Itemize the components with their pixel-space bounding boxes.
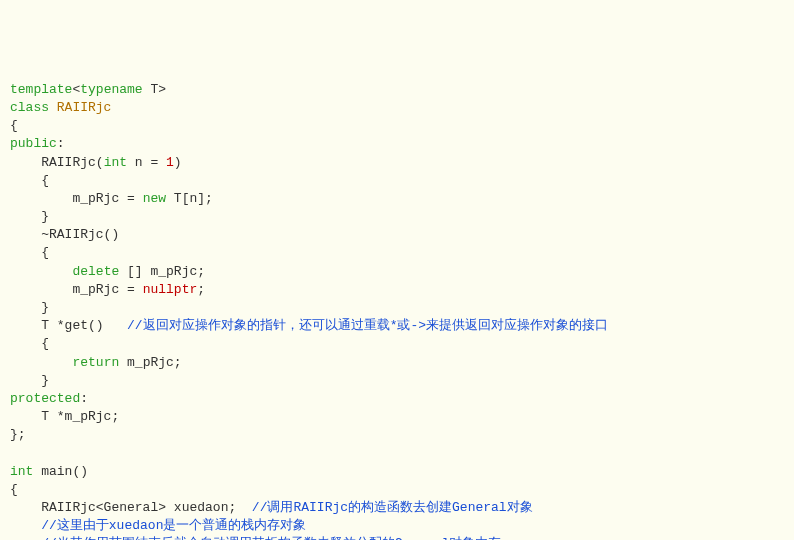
class-name: RAIIRjc — [49, 100, 111, 115]
code-line: }; — [10, 427, 26, 442]
param-n: n = — [127, 155, 166, 170]
code-line: } — [10, 373, 49, 388]
return-expr: m_pRjc; — [119, 355, 181, 370]
get-decl: T *get() — [10, 318, 127, 333]
keyword-int: int — [104, 155, 127, 170]
code-line: return m_pRjc; — [10, 355, 182, 370]
code-line: T *get() //返回对应操作对象的指针，还可以通过重载*或->来提供返回对… — [10, 318, 608, 333]
code-line: int main() — [10, 464, 88, 479]
assign-lhs: m_pRjc = — [10, 191, 143, 206]
delete-expr: [] m_pRjc; — [119, 264, 205, 279]
nullptr: nullptr — [143, 282, 198, 297]
indent — [10, 355, 72, 370]
code-line: } — [10, 209, 49, 224]
keyword-protected: protected — [10, 391, 80, 406]
comment: //调用RAIIRjc的构造函数去创建General对象 — [252, 500, 533, 515]
code-line: T *m_pRjc; — [10, 409, 119, 424]
code-line: RAIIRjc(int n = 1) — [10, 155, 182, 170]
colon: : — [80, 391, 88, 406]
code-line: m_pRjc = new T[n]; — [10, 191, 213, 206]
ctor-head: RAIIRjc( — [10, 155, 104, 170]
keyword-typename: typename — [80, 82, 142, 97]
indent — [10, 536, 41, 540]
code-line: template<typename T> — [10, 82, 166, 97]
code-line: m_pRjc = nullptr; — [10, 282, 205, 297]
number-1: 1 — [166, 155, 174, 170]
decl: RAIIRjc<General> xuedaon; — [10, 500, 252, 515]
code-line: { — [10, 336, 49, 351]
new-expr: T[n]; — [166, 191, 213, 206]
keyword-return: return — [72, 355, 119, 370]
code-line: { — [10, 245, 49, 260]
comment: //这里由于xuedaon是一个普通的栈内存对象 — [41, 518, 306, 533]
code-line: } — [10, 300, 49, 315]
code-line: { — [10, 173, 49, 188]
paren-close: ) — [174, 155, 182, 170]
keyword-public: public — [10, 136, 57, 151]
code-line: class RAIIRjc — [10, 100, 111, 115]
code-line: RAIIRjc<General> xuedaon; //调用RAIIRjc的构造… — [10, 500, 533, 515]
comment: //返回对应操作对象的指针，还可以通过重载*或->来提供返回对应操作对象的接口 — [127, 318, 608, 333]
colon: : — [57, 136, 65, 151]
code-line: protected: — [10, 391, 88, 406]
comment: //当其作用范围结束后就会自动调用其析构函数去释放分配的General对象内存 — [41, 536, 501, 540]
code-line: public: — [10, 136, 65, 151]
code-line: //当其作用范围结束后就会自动调用其析构函数去释放分配的General对象内存 — [10, 536, 501, 540]
keyword-new: new — [143, 191, 166, 206]
indent — [10, 264, 72, 279]
indent — [10, 518, 41, 533]
code-line: delete [] m_pRjc; — [10, 264, 205, 279]
keyword-int: int — [10, 464, 33, 479]
code-line: //这里由于xuedaon是一个普通的栈内存对象 — [10, 518, 306, 533]
keyword-template: template — [10, 82, 72, 97]
tpl-param: T> — [143, 82, 166, 97]
keyword-class: class — [10, 100, 49, 115]
semicolon: ; — [197, 282, 205, 297]
code-line: { — [10, 118, 18, 133]
code-block: template<typename T> class RAIIRjc { pub… — [10, 81, 784, 540]
keyword-delete: delete — [72, 264, 119, 279]
code-line: { — [10, 482, 18, 497]
main-decl: main() — [33, 464, 88, 479]
assign-lhs: m_pRjc = — [10, 282, 143, 297]
code-line: ~RAIIRjc() — [10, 227, 119, 242]
